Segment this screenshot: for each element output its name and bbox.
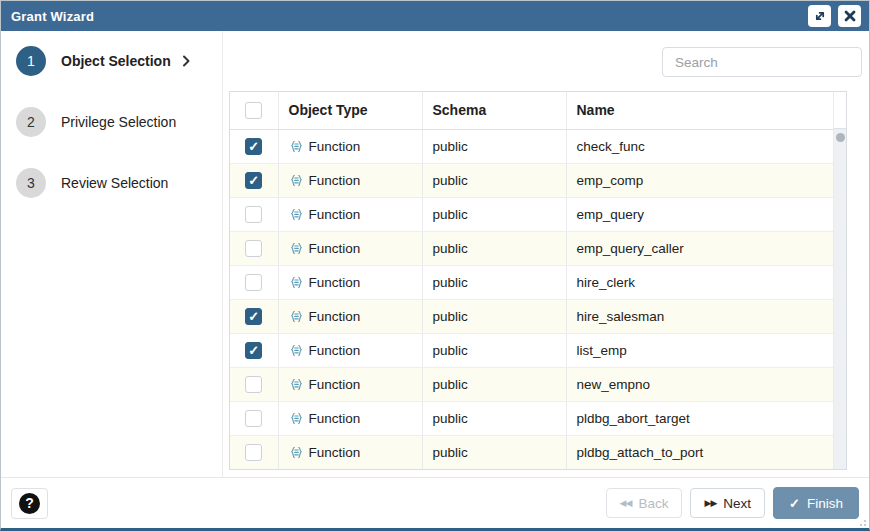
function-icon (289, 343, 304, 358)
scrollbar-header-gap (834, 92, 846, 129)
object-table: Object Type Schema Name (229, 91, 847, 470)
column-header-schema: Schema (422, 92, 566, 129)
function-icon (289, 445, 304, 460)
function-icon (289, 377, 304, 392)
row-checkbox[interactable] (245, 206, 262, 223)
schema-cell: public (422, 401, 566, 435)
back-icon: ◀◀ (620, 498, 632, 508)
column-header-name: Name (566, 92, 833, 129)
name-cell: list_emp (566, 333, 833, 367)
schema-cell: public (422, 333, 566, 367)
help-button[interactable]: ? (11, 488, 48, 519)
finish-button[interactable]: ✓ Finish (773, 487, 859, 519)
table-row[interactable]: Function public new_empno (230, 367, 833, 401)
table-row[interactable]: Function public pldbg_attach_to_port (230, 435, 833, 469)
table-row[interactable]: Function public emp_query (230, 197, 833, 231)
table-row[interactable]: Function public hire_clerk (230, 265, 833, 299)
object-type-label: Function (309, 275, 361, 290)
dialog-footer: ? ◀◀ Back ▶▶ Next ✓ Finish (1, 478, 869, 528)
schema-cell: public (422, 299, 566, 333)
table-row[interactable]: Function public emp_query_caller (230, 231, 833, 265)
name-cell: emp_query (566, 197, 833, 231)
table-header-row: Object Type Schema Name (230, 92, 833, 129)
table-row[interactable]: Function public emp_comp (230, 163, 833, 197)
function-icon (289, 275, 304, 290)
scrollbar-thumb[interactable] (836, 133, 845, 142)
schema-cell: public (422, 129, 566, 163)
table-row[interactable]: Function public hire_salesman (230, 299, 833, 333)
row-checkbox[interactable] (245, 172, 262, 189)
function-icon (289, 241, 304, 256)
finish-button-label: Finish (807, 496, 843, 511)
select-all-checkbox[interactable] (245, 102, 262, 119)
table-row[interactable]: Function public pldbg_abort_target (230, 401, 833, 435)
name-cell: hire_salesman (566, 299, 833, 333)
name-cell: pldbg_attach_to_port (566, 435, 833, 469)
schema-cell: public (422, 435, 566, 469)
table-row[interactable]: Function public list_emp (230, 333, 833, 367)
maximize-button[interactable] (808, 5, 831, 27)
next-button-label: Next (723, 496, 751, 511)
wizard-step[interactable]: 2 Privilege Selection (16, 107, 222, 137)
search-input[interactable] (662, 47, 862, 77)
chevron-right-icon (181, 55, 191, 67)
object-type-label: Function (309, 445, 361, 460)
schema-cell: public (422, 231, 566, 265)
back-button[interactable]: ◀◀ Back (606, 488, 683, 518)
schema-cell: public (422, 163, 566, 197)
wizard-steps: 1 Object Selection 2 Privilege Selection… (1, 31, 223, 477)
row-checkbox[interactable] (245, 342, 262, 359)
step-label: Object Selection (61, 53, 171, 69)
wizard-step[interactable]: 1 Object Selection (16, 46, 222, 76)
row-checkbox[interactable] (245, 444, 262, 461)
row-checkbox[interactable] (245, 138, 262, 155)
object-type-label: Function (309, 173, 361, 188)
row-checkbox[interactable] (245, 308, 262, 325)
next-button[interactable]: ▶▶ Next (690, 488, 765, 518)
row-checkbox[interactable] (245, 240, 262, 257)
schema-cell: public (422, 265, 566, 299)
column-header-object-type: Object Type (278, 92, 422, 129)
function-icon (289, 139, 304, 154)
schema-cell: public (422, 197, 566, 231)
object-type-label: Function (309, 377, 361, 392)
dialog-body: 1 Object Selection 2 Privilege Selection… (1, 31, 869, 478)
name-cell: check_func (566, 129, 833, 163)
close-icon (844, 10, 856, 22)
step-label: Privilege Selection (61, 114, 176, 130)
name-cell: emp_comp (566, 163, 833, 197)
finish-check-icon: ✓ (789, 496, 800, 511)
object-type-label: Function (309, 309, 361, 324)
step-number: 2 (16, 107, 46, 137)
function-icon (289, 207, 304, 222)
name-cell: emp_query_caller (566, 231, 833, 265)
object-type-label: Function (309, 411, 361, 426)
titlebar: Grant Wizard (1, 1, 869, 31)
step-number: 1 (16, 46, 46, 76)
grant-wizard-dialog: Grant Wizard 1 Object Selection (0, 0, 870, 531)
next-icon: ▶▶ (704, 498, 716, 508)
main-panel: Object Type Schema Name (223, 31, 869, 477)
maximize-icon (813, 9, 827, 23)
close-button[interactable] (838, 5, 861, 27)
object-type-label: Function (309, 343, 361, 358)
name-cell: new_empno (566, 367, 833, 401)
function-icon (289, 411, 304, 426)
step-number: 3 (16, 168, 46, 198)
name-cell: pldbg_abort_target (566, 401, 833, 435)
row-checkbox[interactable] (245, 274, 262, 291)
window-title: Grant Wizard (11, 9, 94, 24)
name-cell: hire_clerk (566, 265, 833, 299)
row-checkbox[interactable] (245, 376, 262, 393)
resize-grip[interactable] (856, 516, 866, 526)
help-icon: ? (19, 493, 40, 514)
table-scrollbar[interactable] (833, 92, 846, 469)
row-checkbox[interactable] (245, 410, 262, 427)
object-type-label: Function (309, 139, 361, 154)
function-icon (289, 173, 304, 188)
table-row[interactable]: Function public check_func (230, 129, 833, 163)
object-type-label: Function (309, 241, 361, 256)
scrollbar-track[interactable] (834, 129, 846, 469)
schema-cell: public (422, 367, 566, 401)
wizard-step[interactable]: 3 Review Selection (16, 168, 222, 198)
